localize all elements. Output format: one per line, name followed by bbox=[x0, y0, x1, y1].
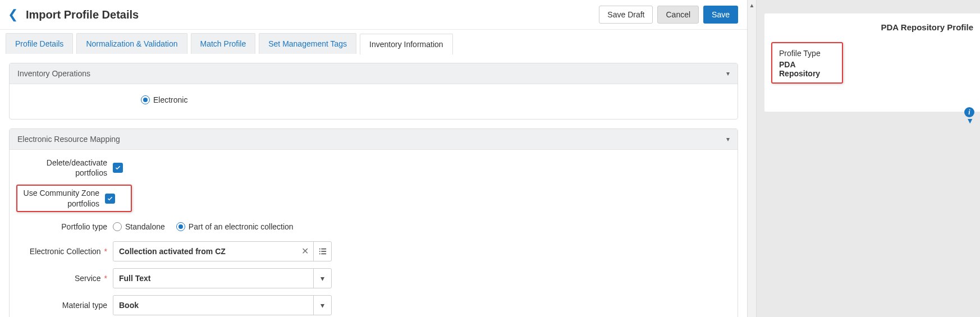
combo-service-value[interactable]: Full Text bbox=[113, 274, 313, 283]
combo-material-type: Book ▾ bbox=[113, 295, 332, 315]
radio-standalone-label: Standalone bbox=[125, 222, 165, 231]
chevron-down-icon[interactable]: ▾ bbox=[313, 269, 331, 288]
radio-part-of-collection[interactable]: Part of an electronic collection bbox=[176, 222, 294, 231]
panel-title: Inventory Operations bbox=[17, 69, 90, 78]
save-button[interactable]: Save bbox=[703, 6, 738, 24]
radio-part-of-collection-label: Part of an electronic collection bbox=[189, 222, 294, 231]
page-title: Import Profile Details bbox=[26, 8, 139, 21]
highlight-use-community-zone: Use Community Zone portfolios bbox=[16, 185, 132, 212]
label-delete-deactivate: Delete/deactivate portfolios bbox=[20, 158, 113, 178]
tab-profile-details[interactable]: Profile Details bbox=[6, 33, 73, 54]
scroll-up-arrow-icon[interactable]: ▲ bbox=[748, 1, 756, 9]
save-draft-button[interactable]: Save Draft bbox=[599, 6, 653, 24]
profile-type-value: PDA Repository bbox=[779, 60, 835, 78]
svg-rect-3 bbox=[321, 251, 326, 252]
combo-electronic-collection-value[interactable]: Collection activated from CZ bbox=[113, 247, 296, 256]
svg-rect-4 bbox=[319, 253, 320, 254]
label-electronic-collection: Electronic Collection bbox=[30, 247, 101, 256]
svg-rect-0 bbox=[319, 249, 320, 250]
panel-header-inventory-operations[interactable]: Inventory Operations ▾ bbox=[10, 63, 738, 84]
side-panel: PDA Repository Profile Profile Type PDA … bbox=[764, 13, 980, 112]
panel-title: Electronic Resource Mapping bbox=[17, 135, 120, 144]
label-material-type: Material type bbox=[20, 300, 113, 310]
tab-set-management[interactable]: Set Management Tags bbox=[259, 33, 356, 54]
chevron-down-icon[interactable]: ▾ bbox=[313, 296, 331, 315]
radio-standalone[interactable]: Standalone bbox=[113, 222, 165, 231]
radio-electronic-label: Electronic bbox=[153, 95, 187, 104]
profile-type-label: Profile Type bbox=[779, 49, 835, 58]
combo-service: Full Text ▾ bbox=[113, 268, 332, 288]
chevron-down-icon: ▾ bbox=[726, 70, 730, 77]
label-use-cz: Use Community Zone portfolios bbox=[21, 188, 105, 208]
cancel-button[interactable]: Cancel bbox=[657, 6, 699, 24]
vertical-scrollbar[interactable]: ▲ bbox=[748, 0, 757, 317]
svg-rect-5 bbox=[321, 253, 326, 254]
svg-rect-1 bbox=[321, 249, 326, 250]
back-chevron-icon[interactable]: ❮ bbox=[6, 7, 20, 22]
panel-electronic-resource-mapping: Electronic Resource Mapping ▾ Delete/dea… bbox=[9, 128, 738, 317]
side-panel-title: PDA Repository Profile bbox=[771, 22, 973, 32]
chevron-down-icon: ▾ bbox=[726, 135, 730, 143]
radio-electronic[interactable]: Electronic bbox=[141, 95, 187, 104]
checkbox-use-cz[interactable] bbox=[105, 194, 115, 204]
label-portfolio-type: Portfolio type bbox=[20, 222, 113, 232]
panel-inventory-operations: Inventory Operations ▾ Electronic bbox=[9, 63, 738, 120]
list-icon[interactable] bbox=[313, 242, 331, 261]
required-asterisk: * bbox=[104, 274, 107, 283]
combo-material-type-value[interactable]: Book bbox=[113, 301, 313, 310]
combo-electronic-collection: Collection activated from CZ ✕ bbox=[113, 241, 332, 261]
required-asterisk: * bbox=[104, 247, 107, 256]
highlight-profile-type: Profile Type PDA Repository bbox=[771, 42, 843, 84]
tab-normalization[interactable]: Normalization & Validation bbox=[76, 33, 187, 54]
checkbox-delete-deactivate[interactable] bbox=[113, 163, 123, 173]
panel-header-electronic-mapping[interactable]: Electronic Resource Mapping ▾ bbox=[10, 129, 738, 150]
clear-icon[interactable]: ✕ bbox=[296, 246, 313, 256]
label-service: Service bbox=[75, 274, 101, 283]
chevron-down-icon[interactable]: ▼ bbox=[966, 116, 974, 125]
tab-match-profile[interactable]: Match Profile bbox=[191, 33, 256, 54]
svg-rect-2 bbox=[319, 251, 320, 252]
tab-inventory-information[interactable]: Inventory Information bbox=[360, 34, 453, 54]
